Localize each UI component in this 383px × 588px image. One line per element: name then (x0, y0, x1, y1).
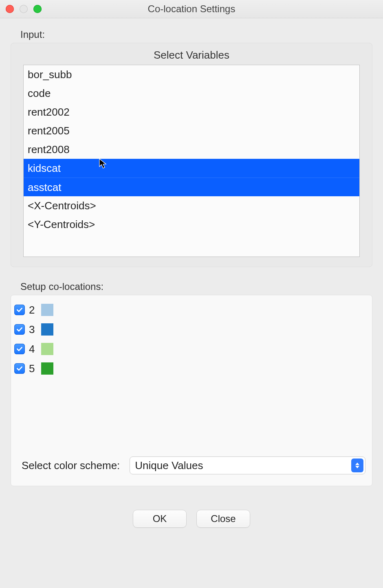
colocation-value: 3 (29, 323, 37, 336)
color-scheme-select[interactable]: Unique Values (130, 456, 365, 474)
window-controls (6, 5, 42, 13)
variable-row[interactable]: rent2008 (24, 140, 359, 159)
color-swatch[interactable] (41, 343, 53, 355)
colocation-checkbox[interactable] (14, 305, 25, 315)
minimize-window-icon[interactable] (20, 5, 28, 13)
colocations-list: 2345 (14, 298, 369, 455)
colocation-value: 4 (29, 343, 37, 355)
variable-row[interactable]: bor_subb (24, 65, 359, 84)
color-swatch[interactable] (41, 362, 53, 375)
color-scheme-label: Select color scheme: (22, 459, 120, 472)
input-label: Input: (20, 29, 372, 40)
colocation-row: 2 (14, 300, 369, 320)
colocation-row: 3 (14, 320, 369, 339)
ok-button[interactable]: OK (133, 510, 187, 528)
colocation-value: 5 (29, 362, 37, 375)
colocation-checkbox[interactable] (14, 363, 25, 374)
setup-label: Setup co-locations: (20, 281, 372, 292)
close-button[interactable]: Close (196, 510, 250, 528)
color-swatch[interactable] (41, 323, 53, 336)
input-panel: Select Variables bor_subbcoderent2002ren… (11, 43, 372, 267)
window-title: Co-location Settings (0, 3, 383, 15)
variable-row[interactable]: code (24, 84, 359, 103)
variable-row[interactable]: asstcat (24, 178, 359, 196)
colocation-checkbox[interactable] (14, 344, 25, 354)
colocation-value: 2 (29, 304, 37, 316)
close-window-icon[interactable] (6, 5, 14, 13)
cursor-icon (99, 158, 107, 169)
color-swatch[interactable] (41, 304, 53, 316)
variable-row[interactable]: kidscat (24, 159, 359, 178)
colocation-checkbox[interactable] (14, 324, 25, 335)
variables-listbox[interactable]: bor_subbcoderent2002rent2005rent2008kids… (23, 65, 360, 257)
variable-row[interactable]: <X-Centroids> (24, 196, 359, 215)
zoom-window-icon[interactable] (33, 5, 42, 13)
variable-row[interactable]: rent2005 (24, 121, 359, 140)
dialog-buttons: OK Close (11, 510, 372, 528)
color-scheme-value: Unique Values (135, 459, 203, 472)
titlebar: Co-location Settings (0, 0, 383, 18)
colocations-panel: 2345 Select color scheme: Unique Values (11, 295, 372, 486)
colocation-row: 4 (14, 339, 369, 359)
variable-row[interactable]: rent2002 (24, 103, 359, 121)
colocation-row: 5 (14, 359, 369, 378)
select-stepper-icon (351, 459, 363, 472)
select-variables-title: Select Variables (23, 49, 360, 61)
variable-row[interactable]: <Y-Centroids> (24, 215, 359, 234)
